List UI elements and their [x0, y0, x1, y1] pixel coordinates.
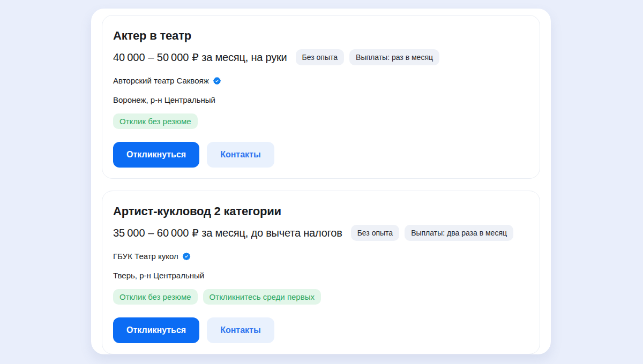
company-row: ГБУК Театр кукол [113, 251, 529, 262]
no-resume-label: Отклик без резюме [113, 289, 198, 305]
verified-badge-icon [213, 77, 221, 85]
no-resume-label: Отклик без резюме [113, 113, 198, 129]
vacancy-card: Актер в театр 40 000 – 50 000 ₽ за месяц… [102, 15, 540, 179]
vacancy-card: Артист-кукловод 2 категории 35 000 – 60 … [102, 191, 540, 354]
buttons-row: Откликнуться Контакты [113, 142, 529, 168]
contacts-button[interactable]: Контакты [207, 317, 274, 343]
vacancy-list-panel: Актер в театр 40 000 – 50 000 ₽ за месяц… [91, 9, 551, 354]
vacancy-title[interactable]: Актер в театр [113, 28, 529, 43]
salary-row: 35 000 – 60 000 ₽ за месяц, до вычета на… [113, 225, 529, 241]
payments-tag: Выплаты: два раза в месяц [405, 225, 513, 241]
verified-badge-icon [182, 252, 191, 261]
labels-row: Отклик без резюме [113, 113, 529, 129]
salary-text: 35 000 – 60 000 ₽ за месяц, до вычета на… [113, 226, 342, 239]
apply-button[interactable]: Откликнуться [113, 142, 199, 168]
buttons-row: Откликнуться Контакты [113, 317, 529, 343]
apply-button[interactable]: Откликнуться [113, 317, 199, 343]
company-name[interactable]: ГБУК Театр кукол [113, 251, 178, 262]
tag-group: Без опыта Выплаты: два раза в месяц [351, 225, 513, 241]
experience-tag: Без опыта [296, 49, 344, 65]
experience-tag: Без опыта [351, 225, 399, 241]
company-name[interactable]: Авторский театр Саквояж [113, 75, 209, 86]
payments-tag: Выплаты: раз в месяц [349, 49, 439, 65]
vacancy-title[interactable]: Артист-кукловод 2 категории [113, 204, 529, 219]
company-row: Авторский театр Саквояж [113, 75, 529, 86]
labels-row: Отклик без резюме Откликнитесь среди пер… [113, 289, 529, 305]
vacancy-location: Воронеж, р-н Центральный [113, 95, 529, 105]
contacts-button[interactable]: Контакты [207, 142, 274, 168]
vacancy-location: Тверь, р-н Центральный [113, 270, 529, 281]
tag-group: Без опыта Выплаты: раз в месяц [296, 49, 439, 65]
salary-row: 40 000 – 50 000 ₽ за месяц, на руки Без … [113, 49, 529, 65]
salary-text: 40 000 – 50 000 ₽ за месяц, на руки [113, 51, 287, 64]
respond-first-label: Откликнитесь среди первых [203, 289, 321, 305]
